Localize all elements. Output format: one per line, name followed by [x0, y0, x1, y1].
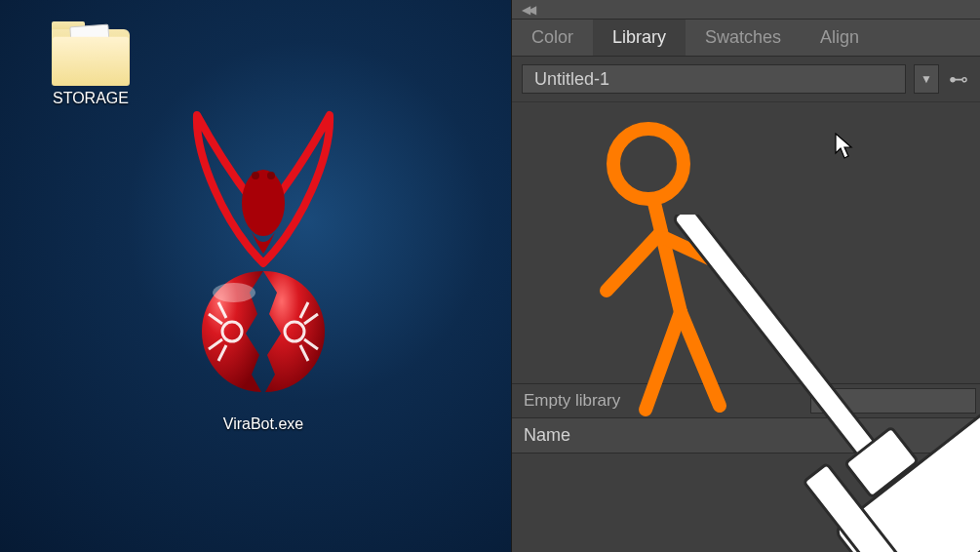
library-preview [512, 102, 980, 383]
column-name-label: Name [524, 425, 570, 446]
document-name: Untitled-1 [534, 69, 609, 90]
pin-button[interactable]: ⊷ [947, 64, 970, 94]
pin-icon: ⊷ [949, 67, 968, 91]
virabot-label: ViraBot.exe [166, 415, 361, 433]
svg-point-0 [242, 170, 285, 236]
desktop: STORAGE [0, 0, 511, 552]
panel-tabs: Color Library Swatches Align [512, 20, 980, 57]
library-status-row: Empty library 🔍 [512, 383, 980, 418]
virabot-icon [166, 107, 361, 410]
library-search-input[interactable]: 🔍 [810, 388, 976, 414]
document-select[interactable]: Untitled-1 [522, 64, 906, 94]
folder-icon [52, 21, 130, 84]
svg-point-1 [252, 172, 259, 179]
tab-swatches[interactable]: Swatches [686, 20, 801, 56]
folder-label: STORAGE [37, 90, 144, 107]
document-dropdown-button[interactable]: ▼ [914, 64, 939, 94]
search-icon: 🔍 [819, 393, 836, 409]
desktop-folder-storage[interactable]: STORAGE [37, 21, 144, 107]
document-selector-row: Untitled-1 ▼ ⊷ [512, 57, 980, 102]
tab-align[interactable]: Align [801, 20, 879, 56]
desktop-icon-virabot[interactable]: ViraBot.exe [166, 107, 361, 433]
tab-color[interactable]: Color [512, 20, 593, 56]
library-status-text: Empty library [512, 391, 810, 411]
library-panel: ◀◀ Color Library Swatches Align Untitled… [511, 0, 980, 552]
library-column-header[interactable]: Name [512, 418, 980, 453]
collapse-icon: ◀◀ [522, 3, 533, 17]
tab-library[interactable]: Library [593, 20, 686, 56]
svg-point-5 [213, 283, 255, 302]
panel-collapse-bar[interactable]: ◀◀ [512, 0, 980, 20]
chevron-down-icon: ▼ [921, 72, 932, 86]
svg-point-2 [267, 172, 275, 179]
